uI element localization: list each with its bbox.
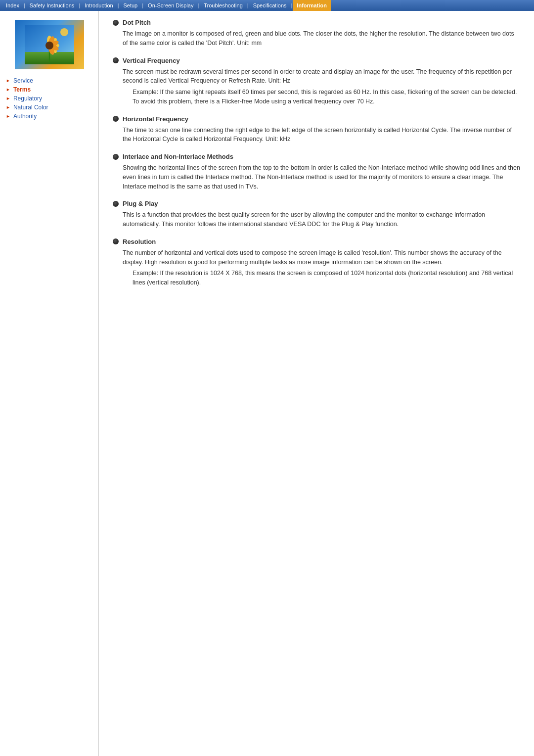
section-resolution: Resolution The number of horizontal and … [113, 238, 520, 287]
section-vertical-freq-header: Vertical Frequency [113, 57, 520, 64]
section-title-horizontal-freq: Horizontal Frequency [123, 115, 188, 123]
bullet-dot-pitch [113, 20, 119, 26]
arrow-icon-naturalcolor: ► [6, 105, 10, 110]
nav-information[interactable]: Information [293, 0, 331, 11]
section-vertical-freq: Vertical Frequency The screen must be re… [113, 57, 520, 106]
nav-index[interactable]: Index [2, 0, 23, 11]
nav-setup[interactable]: Setup [119, 0, 141, 11]
bullet-interlace [113, 154, 119, 160]
nav-safety[interactable]: Safety Instructions [26, 0, 79, 11]
section-body-horizontal-freq: The time to scan one line connecting the… [123, 126, 520, 144]
arrow-icon-regulatory: ► [6, 96, 10, 101]
nav-introduction[interactable]: Introduction [81, 0, 117, 11]
sidebar-links: ► Service ► Terms ► Regulatory ► Natural… [0, 73, 98, 124]
section-plug-play: Plug & Play This is a function that prov… [113, 200, 520, 229]
section-title-interlace: Interlace and Non-Interlace Methods [123, 153, 233, 160]
bullet-vertical-freq [113, 57, 119, 63]
section-example-resolution: Example: If the resolution is 1024 X 768… [133, 269, 520, 287]
bullet-plug-play [113, 201, 119, 207]
section-body-plug-play: This is a function that provides the bes… [123, 210, 520, 229]
top-navigation: Index | Safety Instructions | Introducti… [0, 0, 534, 11]
sidebar-link-authority[interactable]: ► Authority [6, 112, 92, 121]
arrow-icon-service: ► [6, 78, 10, 83]
sidebar-banner [15, 20, 84, 69]
section-body-vertical-freq: The screen must be redrawn several times… [123, 67, 520, 86]
section-plug-play-header: Plug & Play [113, 200, 520, 207]
section-title-resolution: Resolution [123, 238, 156, 245]
svg-point-2 [60, 28, 68, 36]
section-horizontal-freq-header: Horizontal Frequency [113, 115, 520, 123]
section-interlace-header: Interlace and Non-Interlace Methods [113, 153, 520, 160]
sidebar-image-container: Information [15, 20, 84, 69]
sidebar-link-regulatory[interactable]: ► Regulatory [6, 94, 92, 103]
section-dot-pitch: Dot Pitch The image on a monitor is comp… [113, 19, 520, 48]
section-horizontal-freq: Horizontal Frequency The time to scan on… [113, 115, 520, 144]
sidebar-flower-graphic [25, 25, 74, 64]
section-title-plug-play: Plug & Play [123, 200, 158, 207]
section-resolution-header: Resolution [113, 238, 520, 245]
nav-specifications[interactable]: Specifications [249, 0, 291, 11]
section-title-dot-pitch: Dot Pitch [123, 19, 151, 26]
sidebar-link-service[interactable]: ► Service [6, 76, 92, 85]
sidebar: Information ► Service ► Terms ► Regulato… [0, 11, 99, 756]
sidebar-link-naturalcolor[interactable]: ► Natural Color [6, 103, 92, 112]
main-layout: Information ► Service ► Terms ► Regulato… [0, 11, 534, 756]
arrow-icon-terms: ► [6, 87, 10, 92]
section-interlace: Interlace and Non-Interlace Methods Show… [113, 153, 520, 191]
svg-point-12 [45, 42, 53, 49]
section-body-interlace: Showing the horizontal lines of the scre… [123, 163, 520, 191]
section-body-resolution: The number of horizontal and vertical do… [123, 248, 520, 267]
bullet-resolution [113, 238, 119, 244]
nav-osd[interactable]: On-Screen Display [144, 0, 197, 11]
section-dot-pitch-header: Dot Pitch [113, 19, 520, 26]
section-example-vertical-freq: Example: If the same light repeats itsel… [133, 88, 520, 106]
sidebar-link-terms[interactable]: ► Terms [6, 85, 92, 94]
section-title-vertical-freq: Vertical Frequency [123, 57, 180, 64]
section-body-dot-pitch: The image on a monitor is composed of re… [123, 29, 520, 48]
content-area: Dot Pitch The image on a monitor is comp… [99, 11, 534, 756]
arrow-icon-authority: ► [6, 114, 10, 119]
bullet-horizontal-freq [113, 116, 119, 122]
nav-troubleshooting[interactable]: Troubleshooting [200, 0, 246, 11]
